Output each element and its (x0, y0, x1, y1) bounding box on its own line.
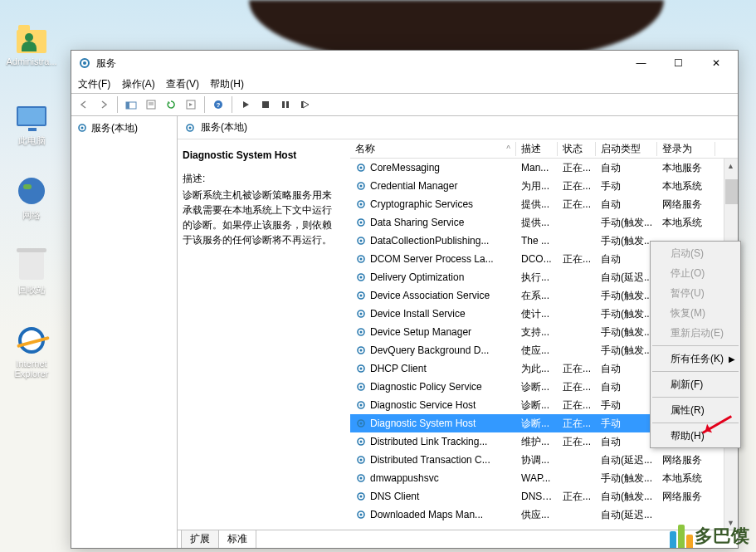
svg-point-27 (360, 240, 363, 242)
col-header-logon[interactable]: 登录为 (657, 142, 715, 156)
tree-pane: 服务(本地) (71, 116, 178, 548)
service-start-type: 手动(触发... (596, 234, 657, 248)
desktop-icon-administrator[interactable]: Administra... (5, 22, 58, 66)
service-start-type: 手动(触发... (596, 325, 657, 340)
gear-icon (355, 418, 367, 429)
tb-stop-button[interactable] (256, 95, 275, 114)
service-desc: DCO... (516, 253, 558, 265)
gear-icon (355, 436, 367, 447)
close-button[interactable]: ✕ (697, 51, 734, 75)
service-logon: 本地系统 (657, 471, 715, 486)
scroll-up-icon[interactable]: ▲ (724, 159, 737, 173)
service-start-type: 自动 (596, 161, 657, 175)
gear-icon (76, 122, 88, 134)
svg-point-15 (81, 127, 84, 129)
service-desc: 诊断... (516, 398, 558, 413)
svg-rect-3 (126, 102, 129, 109)
tb-forward-button[interactable] (95, 95, 113, 114)
tb-back-button[interactable] (75, 95, 93, 114)
ctx-refresh[interactable]: 刷新(F) (651, 374, 740, 394)
ctx-all-tasks[interactable]: 所有任务(K) ▶ (651, 349, 740, 369)
service-desc: 为用... (516, 179, 558, 193)
service-status: 正在... (558, 198, 596, 212)
services-app-icon (78, 56, 91, 70)
desktop-icon-internet-explorer[interactable]: Internet Explorer (5, 324, 58, 379)
service-start-type: 自动 (596, 198, 657, 212)
ctx-help[interactable]: 帮助(H) (651, 426, 740, 446)
tb-export-button[interactable] (182, 95, 200, 114)
col-header-name[interactable]: 名称 ^ (350, 142, 516, 156)
svg-point-47 (360, 423, 363, 425)
gear-icon (355, 308, 367, 320)
svg-point-31 (360, 276, 363, 279)
gear-icon (355, 180, 367, 192)
titlebar[interactable]: 服务 — ☐ ✕ (71, 51, 738, 76)
service-status: 正在... (558, 161, 596, 175)
col-header-start[interactable]: 启动类型 (596, 142, 657, 156)
tb-up-button[interactable] (122, 95, 140, 114)
col-header-desc[interactable]: 描述 (516, 142, 558, 156)
service-name: Diagnostic System Host (370, 418, 476, 429)
svg-rect-12 (286, 101, 289, 108)
maximize-button[interactable]: ☐ (660, 51, 697, 75)
minimize-button[interactable]: — (622, 51, 660, 75)
tb-restart-button[interactable] (296, 95, 315, 114)
desktop-icon-this-pc[interactable]: 此电脑 (5, 100, 58, 147)
service-start-type: 自动 (596, 380, 657, 394)
menu-file[interactable]: 文件(F) (78, 78, 110, 90)
tree-item-services-local[interactable]: 服务(本地) (76, 120, 172, 136)
service-name: Distributed Transaction C... (370, 454, 490, 466)
service-status: 正在... (558, 435, 596, 449)
service-start-type: 自动 (596, 435, 657, 449)
tb-refresh-button[interactable] (162, 95, 180, 114)
scroll-thumb[interactable] (725, 179, 738, 204)
service-row[interactable]: Downloaded Maps Man...供应...自动(延迟... (350, 506, 738, 524)
gear-icon (355, 253, 367, 265)
service-row[interactable]: CoreMessagingMan...正在...自动本地服务 (350, 159, 738, 177)
service-row[interactable]: Distributed Transaction C...协调...自动(延迟..… (350, 451, 738, 469)
tab-extended[interactable]: 扩展 (181, 530, 219, 548)
tb-properties-button[interactable] (142, 95, 160, 114)
tab-standard[interactable]: 标准 (218, 530, 256, 548)
list-view-title: 服务(本地) (201, 120, 247, 134)
watermark-logo-icon (670, 525, 693, 548)
service-name: Distributed Link Tracking... (370, 436, 487, 447)
service-desc: 使应... (516, 344, 558, 358)
svg-point-49 (360, 441, 363, 443)
desktop-icon-network[interactable]: 网络 (5, 174, 58, 222)
submenu-arrow-icon: ▶ (729, 354, 735, 364)
ctx-stop: 停止(O) (651, 263, 740, 283)
tb-pause-button[interactable] (276, 95, 295, 114)
gear-icon (355, 162, 367, 173)
service-row[interactable]: Credential Manager为用...正在...手动本地系统 (350, 177, 738, 195)
tb-play-button[interactable] (237, 95, 255, 114)
ctx-restart: 重新启动(E) (651, 323, 740, 343)
col-header-status[interactable]: 状态 (558, 142, 596, 156)
service-desc: 协调... (516, 453, 558, 467)
service-row[interactable]: Data Sharing Service提供...手动(触发...本地系统 (350, 213, 738, 232)
service-name: Downloaded Maps Man... (370, 509, 483, 520)
window-controls: — ☐ ✕ (622, 51, 734, 75)
menu-view[interactable]: 查看(V) (166, 78, 199, 90)
service-row[interactable]: Cryptographic Services提供...正在...自动网络服务 (350, 195, 738, 213)
service-name: Device Association Service (370, 290, 490, 301)
service-desc: 提供... (516, 198, 558, 212)
menu-help[interactable]: 帮助(H) (210, 78, 244, 90)
svg-point-25 (360, 222, 363, 224)
desktop-icon-recycle-bin[interactable]: 回收站 (5, 249, 58, 296)
service-start-type: 手动 (596, 398, 657, 413)
desktop-icon-label: Administra... (5, 56, 58, 66)
desktop-icon-label: Explorer (5, 369, 58, 379)
gear-icon (355, 290, 367, 301)
menu-action[interactable]: 操作(A) (122, 78, 155, 90)
service-status: 正在... (558, 179, 596, 193)
service-row[interactable]: dmwappushsvcWAP...手动(触发...本地系统 (350, 469, 738, 487)
service-row[interactable]: DNS ClientDNS ...正在...自动(触发...网络服务 (350, 487, 738, 506)
gear-icon (355, 509, 367, 520)
service-name: Data Sharing Service (370, 217, 464, 228)
svg-point-19 (360, 167, 363, 169)
ctx-start: 启动(S) (651, 243, 740, 263)
service-name: Device Install Service (370, 308, 466, 320)
tb-help-button[interactable]: ? (209, 95, 227, 114)
service-start-type: 手动(触发... (596, 344, 657, 358)
